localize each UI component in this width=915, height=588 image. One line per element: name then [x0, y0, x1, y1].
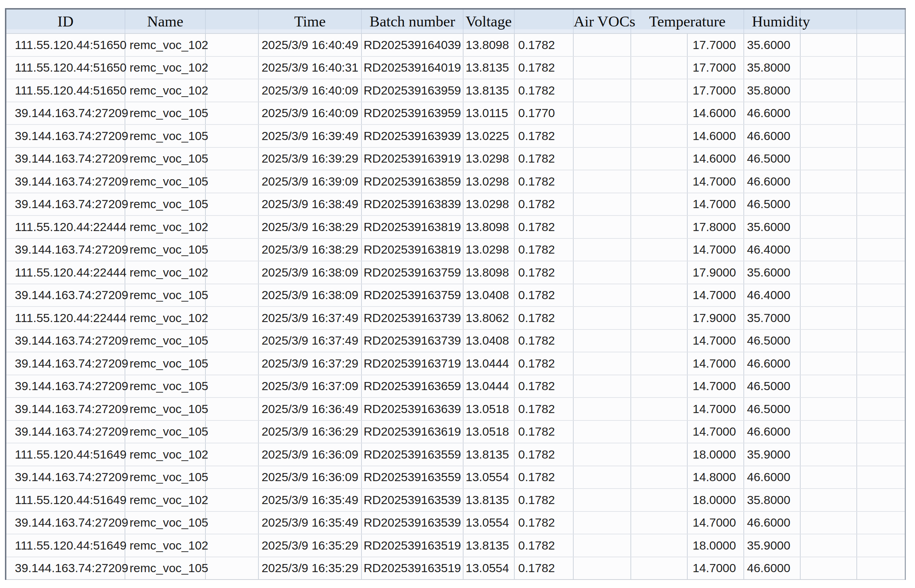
cell-voltage-2[interactable]: 0.1782	[514, 34, 573, 57]
cell-name[interactable]: remc_voc_105	[125, 170, 206, 193]
cell-name[interactable]: remc_voc_102	[125, 443, 206, 466]
cell-batch-number[interactable]: RD202539163559	[361, 443, 463, 466]
cell-empty[interactable]	[206, 307, 258, 330]
cell-id[interactable]: 39.144.163.74:27209	[6, 466, 125, 489]
cell-voltage-2[interactable]: 0.1782	[514, 330, 573, 352]
cell-empty[interactable]	[206, 330, 258, 352]
cell-empty[interactable]	[857, 557, 905, 580]
cell-empty[interactable]	[206, 488, 258, 512]
cell-voltage-2[interactable]: 0.1782	[514, 170, 573, 193]
cell-empty[interactable]	[857, 466, 905, 489]
cell-id[interactable]: 111.55.120.44:22444	[6, 307, 125, 330]
cell-id[interactable]: 111.55.120.44:51650	[6, 57, 125, 79]
cell-humidity[interactable]: 46.6000	[744, 466, 800, 489]
cell-voltage[interactable]: 13.0554	[463, 512, 514, 535]
cell-voltage[interactable]: 13.0518	[463, 420, 514, 443]
cell-temperature[interactable]: 14.6000	[687, 124, 744, 147]
cell-empty[interactable]	[631, 102, 687, 125]
cell-empty[interactable]	[206, 57, 258, 79]
cell-air-vocs[interactable]	[573, 466, 631, 489]
cell-time[interactable]: 2025/3/9 16:40:49	[258, 34, 361, 57]
cell-voltage-2[interactable]: 0.1782	[514, 466, 573, 489]
cell-name[interactable]: remc_voc_105	[125, 193, 206, 216]
cell-empty[interactable]	[857, 512, 905, 535]
column-header-empty[interactable]	[514, 9, 573, 34]
cell-voltage[interactable]: 13.0298	[463, 170, 514, 193]
cell-id[interactable]: 39.144.163.74:27209	[6, 238, 125, 262]
cell-id[interactable]: 39.144.163.74:27209	[6, 557, 125, 580]
cell-batch-number[interactable]: RD202539163819	[361, 215, 463, 238]
cell-name[interactable]: remc_voc_105	[125, 557, 206, 580]
cell-empty[interactable]	[631, 443, 687, 466]
cell-voltage[interactable]: 13.0518	[463, 397, 514, 420]
cell-empty[interactable]	[800, 330, 857, 352]
cell-voltage-2[interactable]: 0.1782	[514, 352, 573, 375]
cell-empty[interactable]	[800, 261, 857, 284]
cell-empty[interactable]	[206, 534, 258, 557]
cell-batch-number[interactable]: RD202539163539	[361, 512, 463, 535]
cell-voltage-2[interactable]: 0.1782	[514, 557, 573, 580]
cell-air-vocs[interactable]	[573, 147, 631, 170]
cell-batch-number[interactable]: RD202539163959	[361, 102, 463, 125]
cell-empty[interactable]	[800, 352, 857, 375]
cell-temperature[interactable]: 18.0000	[687, 488, 744, 512]
cell-temperature[interactable]: 14.7000	[687, 557, 744, 580]
cell-time[interactable]: 2025/3/9 16:37:49	[258, 330, 361, 352]
cell-empty[interactable]	[800, 557, 857, 580]
cell-voltage-2[interactable]: 0.1770	[514, 102, 573, 125]
cell-empty[interactable]	[857, 375, 905, 398]
cell-air-vocs[interactable]	[573, 102, 631, 125]
cell-air-vocs[interactable]	[573, 261, 631, 284]
cell-name[interactable]: remc_voc_105	[125, 124, 206, 147]
cell-batch-number[interactable]: RD202539163559	[361, 466, 463, 489]
cell-voltage[interactable]: 13.0298	[463, 147, 514, 170]
cell-voltage-2[interactable]: 0.1782	[514, 307, 573, 330]
cell-time[interactable]: 2025/3/9 16:38:29	[258, 215, 361, 238]
cell-temperature[interactable]: 17.7000	[687, 57, 744, 79]
cell-temperature[interactable]: 14.7000	[687, 352, 744, 375]
cell-id[interactable]: 39.144.163.74:27209	[6, 420, 125, 443]
cell-id[interactable]: 39.144.163.74:27209	[6, 193, 125, 216]
cell-time[interactable]: 2025/3/9 16:36:29	[258, 420, 361, 443]
cell-air-vocs[interactable]	[573, 170, 631, 193]
cell-id[interactable]: 111.55.120.44:51649	[6, 534, 125, 557]
cell-air-vocs[interactable]	[573, 512, 631, 535]
cell-empty[interactable]	[857, 284, 905, 307]
cell-id[interactable]: 39.144.163.74:27209	[6, 170, 125, 193]
cell-time[interactable]: 2025/3/9 16:36:09	[258, 466, 361, 489]
cell-batch-number[interactable]: RD202539163639	[361, 397, 463, 420]
cell-id[interactable]: 39.144.163.74:27209	[6, 512, 125, 535]
cell-humidity[interactable]: 46.5000	[744, 193, 800, 216]
column-header-temperature[interactable]: Temperature	[631, 9, 744, 34]
cell-empty[interactable]	[206, 397, 258, 420]
cell-humidity[interactable]: 46.6000	[744, 124, 800, 147]
cell-humidity[interactable]: 46.5000	[744, 397, 800, 420]
cell-empty[interactable]	[206, 170, 258, 193]
cell-batch-number[interactable]: RD202539163739	[361, 307, 463, 330]
cell-empty[interactable]	[206, 557, 258, 580]
cell-air-vocs[interactable]	[573, 397, 631, 420]
cell-time[interactable]: 2025/3/9 16:37:09	[258, 375, 361, 398]
cell-empty[interactable]	[631, 170, 687, 193]
cell-voltage-2[interactable]: 0.1782	[514, 193, 573, 216]
cell-time[interactable]: 2025/3/9 16:35:29	[258, 557, 361, 580]
cell-humidity[interactable]: 46.5000	[744, 147, 800, 170]
cell-time[interactable]: 2025/3/9 16:38:09	[258, 261, 361, 284]
cell-voltage[interactable]: 13.0298	[463, 238, 514, 262]
cell-empty[interactable]	[800, 466, 857, 489]
cell-humidity[interactable]: 46.6000	[744, 420, 800, 443]
cell-voltage-2[interactable]: 0.1782	[514, 79, 573, 102]
cell-voltage[interactable]: 13.0408	[463, 330, 514, 352]
cell-temperature[interactable]: 14.6000	[687, 102, 744, 125]
cell-empty[interactable]	[631, 352, 687, 375]
cell-empty[interactable]	[631, 57, 687, 79]
cell-empty[interactable]	[631, 284, 687, 307]
cell-name[interactable]: remc_voc_102	[125, 79, 206, 102]
cell-air-vocs[interactable]	[573, 215, 631, 238]
cell-voltage[interactable]: 13.8135	[463, 443, 514, 466]
cell-name[interactable]: remc_voc_102	[125, 488, 206, 512]
cell-empty[interactable]	[206, 466, 258, 489]
cell-humidity[interactable]: 35.6000	[744, 34, 800, 57]
cell-empty[interactable]	[206, 284, 258, 307]
cell-air-vocs[interactable]	[573, 284, 631, 307]
